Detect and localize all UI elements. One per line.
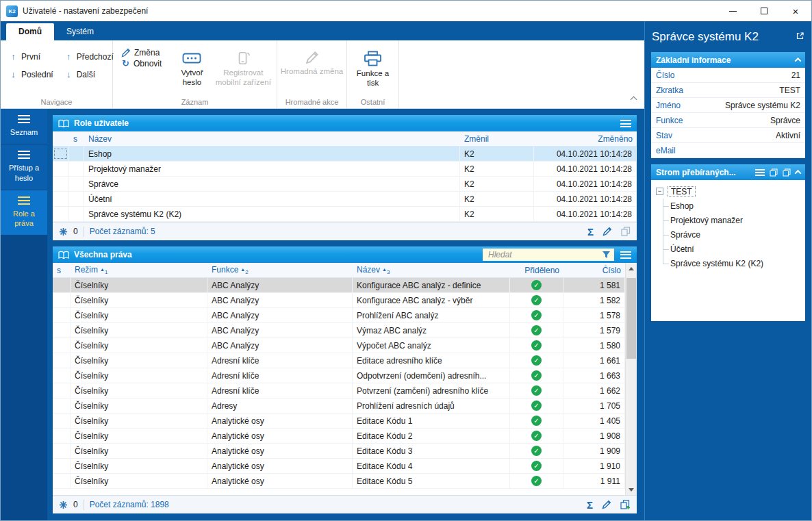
col-nazev[interactable]: Název▲3 xyxy=(353,265,510,275)
create-password-button[interactable]: Vytvoř heslo xyxy=(171,48,212,88)
last-button[interactable]: ↓ Poslední xyxy=(3,66,59,83)
right-row[interactable]: Číselníky Adresy Prohlížení adresních úd… xyxy=(53,398,625,414)
right-row[interactable]: Číselníky ABC Analýzy Konfigurace ABC an… xyxy=(53,278,625,293)
close-button[interactable]: × xyxy=(780,1,811,21)
tree-menu-icon[interactable] xyxy=(755,169,765,176)
info-field-row: Funkce Správce xyxy=(651,113,805,128)
right-row[interactable]: Číselníky ABC Analýzy Výmaz ABC analýz ✓… xyxy=(53,323,625,338)
cell-prideleno: ✓ xyxy=(510,444,563,458)
info-field-row: Stav Aktivní xyxy=(651,128,805,143)
tree-node[interactable]: Správce systému K2 (K2) xyxy=(670,256,800,270)
role-row[interactable]: Správce K2 04.10.2021 10:14:28 xyxy=(53,177,637,192)
maximize-button[interactable] xyxy=(748,1,780,21)
ribbon-group-zaznam: Změna ↻ Obnovit Vytvoř heslo xyxy=(113,40,277,108)
refresh-button[interactable]: ↻ Obnovit xyxy=(116,58,167,68)
tree-node[interactable]: Eshop xyxy=(670,199,800,213)
cell-s xyxy=(53,414,71,428)
sidebar-item[interactable]: Role a práva xyxy=(1,190,47,236)
previous-button[interactable]: ↑ Předchozí xyxy=(59,48,119,65)
scrollbar-thumb[interactable] xyxy=(626,278,636,359)
role-row[interactable]: Účetní K2 04.10.2021 10:14:28 xyxy=(53,192,637,207)
first-button[interactable]: ↑ První xyxy=(3,48,59,65)
right-row[interactable]: Číselníky ABC Analýzy Konfigurace ABC an… xyxy=(53,293,625,308)
right-row[interactable]: Číselníky Adresní klíče Potvrzení (zamče… xyxy=(53,383,625,398)
bulk-change-button[interactable]: Hromadná změna xyxy=(281,48,344,77)
chevron-up-icon xyxy=(795,58,802,64)
minimize-button[interactable] xyxy=(717,1,748,21)
bulk-change-label: Hromadná změna xyxy=(281,67,343,77)
rights-status-bar: 0 Počet záznamů: 1898 Σ xyxy=(53,495,637,513)
tree-children: Eshop Projektový manažer Správce Účetní xyxy=(659,199,800,270)
cell-zmenil: K2 xyxy=(460,147,534,161)
refresh-label: Obnovit xyxy=(134,59,162,68)
next-button[interactable]: ↓ Další xyxy=(59,66,119,83)
col-zmenil[interactable]: Změnil xyxy=(460,134,534,144)
info-field-row: Jméno Správce systému K2 xyxy=(651,98,805,113)
edit-icon[interactable] xyxy=(602,500,611,509)
right-row[interactable]: Číselníky ABC Analýzy Výpočet ABC analýz… xyxy=(53,338,625,353)
right-row[interactable]: Číselníky Analytické osy Editace Kódu 4 … xyxy=(53,459,625,474)
vertical-scrollbar[interactable] xyxy=(625,263,637,495)
col-funkce[interactable]: Funkce▲2 xyxy=(207,265,353,275)
record-count-label: Počet záznamů: 1898 xyxy=(90,500,169,509)
register-mobile-button[interactable]: Registrovat mobilní zařízení xyxy=(213,48,274,88)
tab-domu[interactable]: Domů xyxy=(6,23,54,40)
sum-icon[interactable]: Σ xyxy=(587,500,593,510)
tree-node[interactable]: Správce xyxy=(670,227,800,242)
tree-root-node[interactable]: − TEST xyxy=(656,184,800,199)
right-row[interactable]: Číselníky Analytické osy Editace Kódu 1 … xyxy=(53,414,625,429)
inherit-tree-section-header[interactable]: Strom přebíraných... xyxy=(651,164,805,180)
col-nazev[interactable]: Název xyxy=(84,134,460,144)
cell-funkce: Analytické osy xyxy=(207,444,353,458)
cell-nazev: Editace Kódu 2 xyxy=(353,429,510,443)
collapse-ribbon-button[interactable] xyxy=(631,97,636,102)
col-cislo[interactable]: Číslo xyxy=(563,266,625,275)
pencil-icon xyxy=(305,51,319,64)
col-s[interactable]: s xyxy=(53,266,71,275)
col-funkce-label: Funkce xyxy=(212,265,238,275)
popout-button[interactable] xyxy=(796,31,804,42)
right-row[interactable]: Číselníky Analytické osy Editace Kódu 2 … xyxy=(53,429,625,444)
right-row[interactable]: Číselníky Adresní klíče Editace adresníh… xyxy=(53,353,625,368)
panel-menu-icon[interactable] xyxy=(620,120,631,127)
roles-table-body: Eshop K2 04.10.2021 10:14:28 Projektový … xyxy=(53,147,637,222)
sidebar: Seznam Přístup a heslo Role a práva xyxy=(1,109,47,520)
col-s[interactable]: s xyxy=(69,134,84,144)
basic-info-section-header[interactable]: Základní informace xyxy=(651,52,805,68)
tab-system[interactable]: Systém xyxy=(54,23,106,40)
right-row[interactable]: Číselníky ABC Analýzy Prohlížení ABC ana… xyxy=(53,308,625,323)
functions-print-button[interactable]: Funkce a tisk xyxy=(351,48,396,88)
granted-check-icon: ✓ xyxy=(531,461,542,471)
tree-node[interactable]: Projektový manažer xyxy=(670,213,800,227)
expand-all-icon[interactable] xyxy=(770,168,778,177)
col-prideleno[interactable]: Přiděleno xyxy=(510,266,563,275)
copy-icon[interactable] xyxy=(621,227,631,236)
collapse-all-icon[interactable] xyxy=(783,168,791,177)
sidebar-item[interactable]: Přístup a heslo xyxy=(1,144,47,190)
scroll-down-button[interactable] xyxy=(626,484,637,495)
col-zmeneno[interactable]: Změněno xyxy=(534,134,637,144)
right-row[interactable]: Číselníky Adresní klíče Odpotvrzení (ode… xyxy=(53,368,625,383)
role-row[interactable]: Eshop K2 04.10.2021 10:14:28 xyxy=(53,147,637,162)
cell-s xyxy=(69,192,84,206)
edit-icon[interactable] xyxy=(602,227,612,236)
search-input[interactable] xyxy=(488,250,602,259)
tree-root-label: TEST xyxy=(668,186,696,197)
filter-icon[interactable] xyxy=(602,251,611,259)
role-row[interactable]: Správce systému K2 (K2) K2 04.10.2021 10… xyxy=(53,207,637,222)
col-rezim[interactable]: Režim▲1 xyxy=(71,265,207,275)
cell-rezim: Číselníky xyxy=(71,323,207,338)
role-row[interactable]: Projektový manažer K2 04.10.2021 10:14:2… xyxy=(53,162,637,177)
right-row[interactable]: Číselníky Analytické osy Editace Kódu 3 … xyxy=(53,444,625,459)
marked-count: 0 xyxy=(73,227,78,236)
sidebar-item[interactable]: Seznam xyxy=(1,109,47,144)
copy-add-icon[interactable] xyxy=(620,500,631,510)
right-row[interactable]: Číselníky Analytické osy Editace Kódu 5 … xyxy=(53,474,625,489)
collapse-node-icon[interactable]: − xyxy=(656,188,663,195)
sum-icon[interactable]: Σ xyxy=(587,227,594,237)
scroll-up-button[interactable] xyxy=(626,263,637,274)
cell-funkce: Analytické osy xyxy=(207,474,353,488)
tree-node[interactable]: Účetní xyxy=(670,242,800,256)
change-button[interactable]: Změna xyxy=(116,48,167,58)
panel-menu-icon[interactable] xyxy=(620,251,631,259)
